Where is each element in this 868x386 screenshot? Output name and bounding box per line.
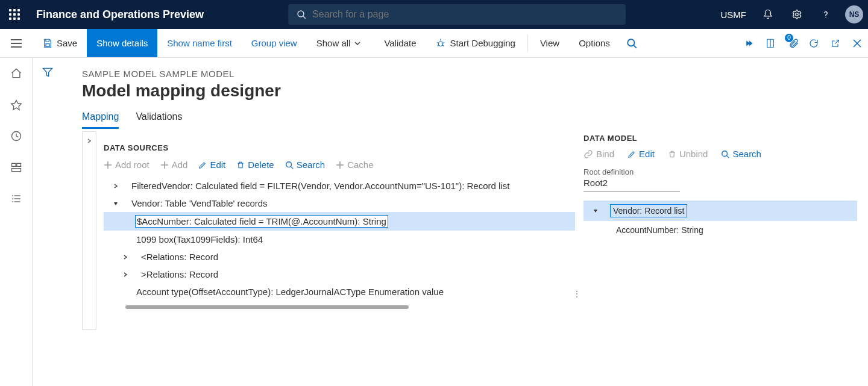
dm-search-button[interactable]: Search — [721, 149, 761, 159]
bind-button[interactable]: Bind — [583, 149, 614, 159]
svg-line-20 — [835, 40, 838, 43]
tree-node-accounttype[interactable]: Account type(OffsetAccountType): LedgerJ… — [104, 283, 575, 300]
caret-right-icon[interactable] — [121, 272, 130, 278]
validate-button[interactable]: Validate — [374, 29, 426, 57]
svg-line-13 — [442, 45, 444, 46]
svg-point-44 — [722, 151, 728, 156]
trash-icon — [236, 161, 245, 169]
svg-line-45 — [727, 155, 729, 158]
close-icon[interactable] — [846, 29, 868, 57]
global-search[interactable] — [288, 4, 626, 25]
data-sources-tree[interactable]: FilteredVendor: Calculated field = FILTE… — [104, 177, 575, 300]
start-debugging-label: Start Debugging — [450, 38, 515, 48]
chevron-down-icon — [354, 40, 361, 47]
collapse-datasource-types-panel[interactable] — [82, 131, 96, 330]
edit-button[interactable]: Edit — [198, 160, 225, 170]
options-menu[interactable]: Options — [569, 29, 620, 57]
cache-button[interactable]: Cache — [336, 160, 373, 170]
debug-icon — [435, 38, 446, 49]
svg-marker-34 — [43, 68, 52, 76]
svg-marker-43 — [114, 202, 118, 205]
unbind-button[interactable]: Unbind — [668, 149, 708, 159]
popout-icon[interactable] — [825, 29, 846, 57]
delete-button[interactable]: Delete — [236, 160, 274, 170]
workspaces-icon[interactable] — [9, 160, 24, 175]
attachments-button[interactable]: 0 — [781, 29, 803, 57]
recent-icon[interactable] — [9, 129, 24, 143]
find-icon[interactable] — [620, 29, 644, 57]
search-icon — [285, 161, 294, 169]
trash-icon — [668, 150, 676, 158]
filter-icon[interactable] — [42, 66, 54, 386]
add-in-icon[interactable] — [738, 29, 760, 57]
breadcrumb: SAMPLE MODEL SAMPLE MODEL — [82, 69, 868, 79]
svg-rect-25 — [11, 163, 16, 166]
svg-line-15 — [634, 45, 637, 48]
tab-validations[interactable]: Validations — [136, 111, 182, 129]
root-definition-label: Root definition — [583, 167, 857, 176]
tab-mapping[interactable]: Mapping — [82, 111, 119, 129]
root-definition-value[interactable]: Root2 — [583, 176, 680, 192]
data-model-heading: DATA MODEL — [583, 134, 857, 143]
add-root-button[interactable]: Add root — [104, 160, 149, 170]
pencil-icon — [627, 150, 636, 158]
svg-point-39 — [286, 161, 291, 167]
app-title: Finance and Operations Preview — [36, 8, 204, 21]
search-icon — [721, 150, 729, 158]
link-icon — [583, 149, 593, 159]
data-model-tree[interactable]: Vendor: Record list AccountNumber: Strin… — [583, 201, 857, 239]
view-menu[interactable]: View — [530, 29, 569, 57]
global-search-input[interactable] — [312, 9, 617, 20]
settings-icon[interactable] — [785, 0, 809, 29]
tree-node-accnumber[interactable]: $AccNumber: Calculated field = TRIM(@.Ac… — [104, 212, 575, 231]
user-avatar[interactable]: NS — [845, 5, 863, 23]
caret-down-icon[interactable] — [111, 201, 121, 207]
nav-toggle-icon[interactable] — [0, 29, 33, 57]
svg-line-12 — [438, 45, 439, 46]
notifications-icon[interactable] — [756, 0, 780, 29]
svg-line-11 — [443, 42, 444, 43]
show-all-dropdown[interactable]: Show all — [307, 29, 375, 57]
save-button[interactable]: Save — [33, 29, 87, 57]
pencil-icon — [198, 161, 207, 169]
modules-icon[interactable] — [9, 191, 24, 206]
horizontal-scrollbar[interactable] — [125, 305, 409, 309]
tree-node-vendor[interactable]: Vendor: Table 'VendTable' records — [104, 195, 575, 212]
data-sources-heading: DATA SOURCES — [104, 143, 575, 152]
dm-node-accountnumber[interactable]: AccountNumber: String — [583, 221, 857, 239]
svg-line-40 — [291, 166, 293, 169]
start-debugging-button[interactable]: Start Debugging — [426, 29, 524, 57]
caret-right-icon[interactable] — [111, 183, 121, 189]
dm-edit-button[interactable]: Edit — [627, 149, 655, 159]
svg-rect-26 — [16, 163, 20, 166]
home-icon[interactable] — [9, 66, 24, 81]
legal-entity-label[interactable]: USMF — [721, 10, 747, 20]
help-icon[interactable] — [814, 0, 838, 29]
attachments-count: 0 — [785, 34, 793, 42]
dm-node-vendor[interactable]: Vendor: Record list — [583, 201, 857, 221]
search-icon — [297, 10, 306, 19]
show-name-first-button[interactable]: Show name first — [157, 29, 242, 57]
ds-search-button[interactable]: Search — [285, 160, 326, 170]
office-addin-icon[interactable] — [760, 29, 781, 57]
app-launcher-icon[interactable] — [0, 0, 29, 29]
tree-node-tax1099[interactable]: 1099 box(Tax1099Fields): Int64 — [104, 231, 575, 248]
tree-node-lt-relations[interactable]: <Relations: Record — [104, 248, 575, 266]
tree-node-filteredvendor[interactable]: FilteredVendor: Calculated field = FILTE… — [104, 177, 575, 195]
svg-marker-23 — [11, 101, 21, 110]
caret-right-icon[interactable] — [121, 254, 130, 260]
favorites-icon[interactable] — [9, 98, 24, 112]
group-view-button[interactable]: Group view — [242, 29, 307, 57]
tree-node-gt-relations[interactable]: >Relations: Record — [104, 266, 575, 283]
svg-point-2 — [796, 13, 799, 16]
page-title: Model mapping designer — [82, 81, 868, 101]
add-button[interactable]: Add — [160, 160, 188, 170]
refresh-icon[interactable] — [803, 29, 825, 57]
svg-line-1 — [303, 16, 306, 19]
svg-point-14 — [627, 39, 634, 46]
caret-down-icon[interactable] — [591, 208, 600, 214]
svg-marker-46 — [594, 210, 597, 213]
svg-rect-7 — [46, 43, 49, 46]
save-label: Save — [57, 38, 77, 48]
show-details-button[interactable]: Show details — [87, 29, 157, 57]
